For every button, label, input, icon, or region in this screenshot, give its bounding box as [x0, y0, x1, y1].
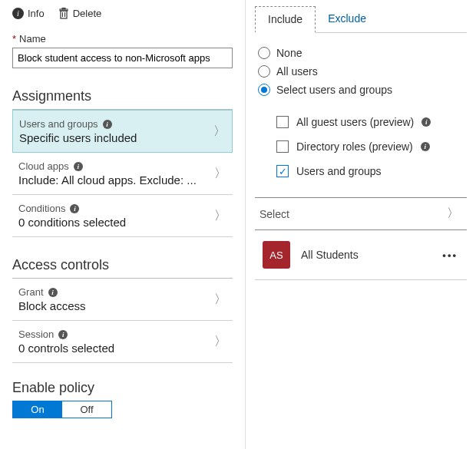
chevron-right-icon: 〉 [211, 208, 230, 224]
toggle-off[interactable]: Off [62, 401, 111, 418]
select-label: Select [259, 208, 289, 220]
chevron-right-icon: 〉 [210, 124, 229, 140]
info-icon: i [48, 288, 58, 297]
checkbox-icon: ✓ [276, 165, 289, 177]
chevron-right-icon: 〉 [211, 334, 230, 350]
svg-text:i: i [17, 9, 19, 18]
right-panel: Include Exclude None All users Select us… [246, 0, 476, 449]
checkbox-icon [276, 116, 289, 128]
more-button[interactable]: ••• [438, 249, 462, 261]
required-asterisk: * [12, 33, 16, 45]
name-label: *Name [12, 33, 233, 45]
svg-rect-2 [61, 11, 67, 18]
check-directory-roles[interactable]: Directory roles (preview) i [276, 134, 467, 159]
name-input[interactable] [12, 48, 233, 68]
radio-icon [258, 84, 270, 96]
select-row[interactable]: Select 〉 [255, 197, 467, 230]
section-assignments-title: Assignments [12, 88, 233, 104]
info-icon: i [70, 204, 79, 213]
info-icon: i [12, 8, 24, 19]
info-icon: i [421, 142, 430, 151]
svg-rect-6 [62, 8, 65, 10]
info-icon: i [58, 330, 68, 339]
entity-row[interactable]: AS All Students ••• [255, 230, 467, 280]
tab-include[interactable]: Include [255, 6, 316, 33]
tabs: Include Exclude [255, 6, 467, 33]
row-grant[interactable]: Grant i Block access 〉 [12, 279, 233, 321]
radio-icon [258, 47, 270, 59]
section-access-controls-title: Access controls [12, 257, 233, 273]
info-button[interactable]: i Info [12, 8, 45, 19]
radio-all-users[interactable]: All users [258, 62, 467, 81]
chevron-right-icon: 〉 [211, 292, 230, 308]
check-users-and-groups[interactable]: ✓ Users and groups [276, 159, 467, 183]
delete-button[interactable]: Delete [58, 8, 102, 19]
row-conditions[interactable]: Conditions i 0 conditions selected 〉 [12, 195, 233, 237]
radio-group: None All users Select users and groups [255, 44, 467, 99]
info-label: Info [28, 8, 45, 19]
radio-none[interactable]: None [258, 44, 467, 62]
check-group: All guest users (preview) i Directory ro… [255, 110, 467, 183]
tab-exclude[interactable]: Exclude [316, 6, 378, 32]
row-cloud-apps[interactable]: Cloud apps i Include: All cloud apps. Ex… [12, 153, 233, 195]
enable-policy-toggle[interactable]: On Off [12, 401, 112, 418]
trash-icon [58, 8, 69, 19]
info-icon: i [103, 120, 112, 129]
section-enable-policy-title: Enable policy [12, 380, 233, 396]
toggle-on[interactable]: On [13, 401, 62, 418]
info-icon: i [74, 162, 83, 171]
avatar: AS [263, 241, 290, 269]
info-icon: i [421, 117, 431, 127]
delete-label: Delete [73, 8, 102, 19]
chevron-right-icon: 〉 [444, 206, 462, 222]
left-panel: i Info Delete *Name Assignments Users an… [0, 0, 246, 449]
chevron-right-icon: 〉 [211, 166, 230, 182]
check-all-guest-users[interactable]: All guest users (preview) i [276, 110, 467, 134]
checkbox-icon [276, 140, 289, 153]
radio-select-users[interactable]: Select users and groups [258, 81, 467, 99]
radio-icon [258, 65, 270, 78]
row-users-and-groups[interactable]: Users and groups i Specific users includ… [12, 110, 233, 153]
entity-name: All Students [301, 249, 427, 261]
toolbar: i Info Delete [12, 8, 233, 27]
row-session[interactable]: Session i 0 controls selected 〉 [12, 321, 233, 363]
